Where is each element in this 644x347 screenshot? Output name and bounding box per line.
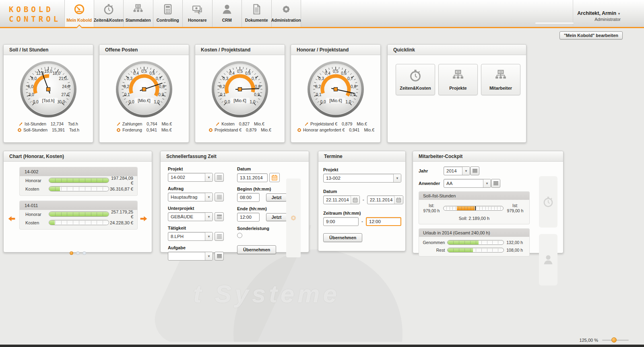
orgchart-icon — [451, 69, 465, 82]
pager-dot-1[interactable] — [70, 251, 73, 255]
chevron-down-icon: ▼ — [205, 173, 213, 181]
zoom-slider[interactable] — [602, 340, 629, 341]
user-menu[interactable]: Architekt, Armin▼ — [577, 10, 621, 16]
svg-text:0,0: 0,0 — [320, 100, 326, 104]
chart-prev-arrow[interactable] — [7, 215, 17, 223]
stopwatch-icon — [409, 69, 422, 82]
unterprojekt-select[interactable]: GEBÄUDE▼ — [168, 212, 213, 221]
tab-administration[interactable]: Administration — [272, 0, 301, 27]
list-icon — [217, 254, 222, 258]
svg-text:0,9: 0,9 — [254, 92, 260, 97]
gear-icon — [289, 214, 298, 222]
jahr-list-button[interactable] — [470, 166, 479, 175]
projekt-list-button[interactable] — [215, 173, 224, 182]
legend-unit: Mio.€ — [254, 121, 264, 127]
datum-bis-field[interactable]: 22.11.2014 — [367, 195, 404, 204]
panel-schnellerfassung-zeit: Schnellerfassung Zeit Projekt 14-002▼ Au… — [160, 151, 309, 253]
chart-group-14-011: 14-011Honorar257.179,25 €Kosten24.228,30… — [20, 201, 137, 229]
tab-label: Stammdaten — [126, 18, 151, 23]
calendar-icon[interactable] — [394, 196, 403, 204]
termine-projekt-select[interactable]: 13-002▼ — [323, 174, 401, 183]
svg-text:0,2: 0,2 — [124, 84, 129, 89]
datum-von-field[interactable]: 22.11.2014 — [323, 195, 360, 204]
list-icon — [217, 215, 222, 219]
tab-crm[interactable]: CRM — [213, 0, 242, 27]
beginn-input[interactable] — [237, 193, 260, 202]
zoom-statusbar: 125,00 % — [580, 338, 629, 343]
projekt-select[interactable]: 14-002▼ — [168, 173, 213, 182]
anwender-select[interactable]: AA▼ — [444, 179, 491, 188]
ist-right-label: Ist:979,00 h — [506, 203, 524, 214]
speedometer-icon — [73, 3, 85, 15]
person-icon — [542, 254, 554, 266]
aufgabe-list-button[interactable] — [215, 252, 224, 261]
sonderleistung-radio[interactable] — [237, 233, 242, 238]
taetigkeit-list-button[interactable] — [215, 232, 224, 241]
beginn-jetzt-button[interactable]: Jetzt — [266, 193, 287, 201]
zeit-bis-input[interactable] — [366, 217, 401, 226]
legend-unit: Mio.€ — [261, 127, 271, 133]
datum-input[interactable] — [237, 173, 268, 182]
edit-mein-kobold-button[interactable]: "Mein Kobold" bearbeiten — [559, 31, 623, 39]
termine-uebernehmen-button[interactable]: Übernehmen — [323, 233, 362, 242]
zoom-slider-knob[interactable] — [611, 337, 617, 343]
tab-label: CRM — [222, 18, 232, 23]
tab-zeiten-kosten[interactable]: Zeiten&Kosten — [94, 0, 124, 27]
pager-dot-2[interactable] — [76, 251, 80, 255]
svg-text:30,0: 30,0 — [57, 100, 65, 104]
quicklink-mitarbeiter[interactable]: Mitarbeiter — [481, 64, 520, 95]
panel-soll-ist-stunden: Soll / Ist Stunden 0,03,06,09,012,015,01… — [3, 44, 93, 143]
legend-label: Soll-Stunden — [23, 127, 47, 133]
quicklink-zeiten-kosten[interactable]: Zeiten&Kosten — [396, 64, 435, 95]
auftrag-list-button[interactable] — [215, 193, 224, 201]
tab-controlling[interactable]: Controlling — [153, 0, 183, 27]
svg-text:0,5: 0,5 — [237, 69, 243, 74]
panel-settings-strip[interactable] — [286, 179, 301, 257]
taetigkeit-select[interactable]: 8.LPH▼ — [168, 232, 213, 241]
pager-dot-3[interactable] — [83, 251, 86, 255]
uebernehmen-button[interactable]: Übernehmen — [237, 245, 276, 254]
unterprojekt-list-button[interactable] — [215, 212, 224, 221]
panel-title: Quicklink — [388, 45, 526, 55]
panel-title: Mitarbeiter-Cockpit — [413, 151, 563, 162]
tab-honorare[interactable]: Honorare — [183, 0, 213, 27]
jahr-select[interactable]: 2014▼ — [444, 166, 470, 175]
tab-stammdaten[interactable]: Stammdaten — [124, 0, 153, 27]
urlaub-row-rest: Rest108,00 h — [422, 248, 526, 253]
quicklink-label: Zeiten&Kosten — [400, 86, 431, 90]
legend-value: 0,764 — [147, 121, 157, 127]
svg-text:0,6: 0,6 — [245, 71, 251, 76]
aufgabe-label: Aufgabe — [168, 245, 235, 250]
svg-text:18,0: 18,0 — [52, 71, 60, 76]
tab-dokumente[interactable]: Dokumente — [242, 0, 272, 27]
gauge: 0,00,10,20,30,40,50,60,70,80,91,0[Mio.€] — [305, 59, 366, 119]
aufgabe-select[interactable]: ▼ — [168, 252, 213, 261]
zeit-von-input[interactable] — [323, 217, 359, 226]
auftrag-select[interactable]: Hauptauftrag▼ — [168, 193, 213, 201]
tab-mein-kobold[interactable]: Mein Kobold — [64, 0, 94, 27]
cockpit-person-ghost-button[interactable] — [539, 234, 557, 285]
chart-next-arrow[interactable] — [139, 215, 149, 223]
termine-projekt-value: 13-002 — [324, 174, 393, 182]
calculator-icon — [162, 3, 174, 15]
urlaub-section: Urlaub in 2014 (Gesamt 240,00 h) Genomme… — [419, 228, 530, 257]
ende-input[interactable] — [237, 213, 260, 222]
ende-jetzt-button[interactable]: Jetzt — [266, 213, 287, 221]
section-title: Urlaub in 2014 (Gesamt 240,00 h) — [419, 229, 529, 237]
arc-icon — [116, 128, 121, 132]
tab-label: Administration — [271, 18, 301, 23]
chevron-down-icon: ▼ — [617, 12, 621, 16]
svg-text:0,6: 0,6 — [149, 71, 155, 76]
quicklink-projekte[interactable]: Projekte — [438, 64, 478, 95]
arc-icon — [297, 128, 301, 132]
progress-bar — [49, 220, 109, 225]
svg-text:0,1: 0,1 — [220, 92, 226, 97]
cockpit-zeiten-ghost-button[interactable] — [539, 176, 557, 228]
calendar-icon[interactable] — [351, 196, 359, 204]
svg-text:0,3: 0,3 — [318, 76, 324, 81]
progress-bar — [447, 248, 504, 253]
svg-text:0,8: 0,8 — [351, 84, 356, 89]
anwender-list-button[interactable] — [491, 179, 500, 188]
user-underline — [535, 23, 574, 24]
calendar-button[interactable] — [269, 173, 280, 182]
